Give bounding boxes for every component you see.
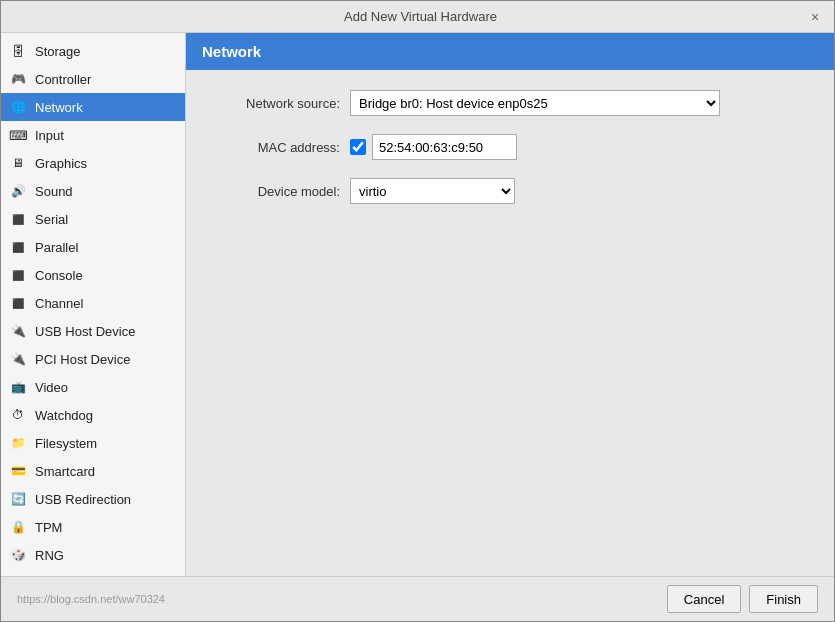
sidebar-item-label: Input <box>35 128 64 143</box>
sidebar-item-label: USB Redirection <box>35 492 131 507</box>
sidebar-item-storage[interactable]: Storage <box>1 37 185 65</box>
rng-icon <box>9 546 27 564</box>
input-icon <box>9 126 27 144</box>
cancel-button[interactable]: Cancel <box>667 585 741 613</box>
sidebar-item-watchdog[interactable]: Watchdog <box>1 401 185 429</box>
video-icon <box>9 378 27 396</box>
titlebar: Add New Virtual Hardware × <box>1 1 834 33</box>
sidebar-item-label: Parallel <box>35 240 78 255</box>
mac-control-group: 52:54:00:63:c9:50 <box>350 134 517 160</box>
device-model-select[interactable]: virtioe1000rtl8139 <box>350 178 515 204</box>
watchdog-icon <box>9 406 27 424</box>
section-header: Network <box>186 33 834 70</box>
graphics-icon <box>9 154 27 172</box>
sidebar-item-label: USB Host Device <box>35 324 135 339</box>
network-source-row: Network source: Bridge br0: Host device … <box>210 90 810 116</box>
controller-icon <box>9 70 27 88</box>
pci-icon <box>9 350 27 368</box>
sidebar-item-label: Channel <box>35 296 83 311</box>
mac-address-label: MAC address: <box>210 140 340 155</box>
close-button[interactable]: × <box>806 8 824 26</box>
sidebar-item-smartcard[interactable]: Smartcard <box>1 457 185 485</box>
parallel-icon <box>9 238 27 256</box>
sidebar-item-label: Storage <box>35 44 81 59</box>
smartcard-icon <box>9 462 27 480</box>
sidebar-item-console[interactable]: Console <box>1 261 185 289</box>
mac-input[interactable]: 52:54:00:63:c9:50 <box>372 134 517 160</box>
content-area: StorageControllerNetworkInputGraphicsSou… <box>1 33 834 576</box>
sidebar-item-panic[interactable]: Panic Notifier <box>1 569 185 576</box>
network-source-select[interactable]: Bridge br0: Host device enp0s25NATIsolat… <box>350 90 720 116</box>
sound-icon <box>9 182 27 200</box>
sidebar-item-label: Serial <box>35 212 68 227</box>
usbredir-icon <box>9 490 27 508</box>
dialog: Add New Virtual Hardware × StorageContro… <box>0 0 835 622</box>
sidebar-item-label: Console <box>35 268 83 283</box>
mac-address-row: MAC address: 52:54:00:63:c9:50 <box>210 134 810 160</box>
storage-icon <box>9 42 27 60</box>
sidebar-item-pci-host[interactable]: PCI Host Device <box>1 345 185 373</box>
sidebar-item-label: Network <box>35 100 83 115</box>
network-source-label: Network source: <box>210 96 340 111</box>
sidebar-item-label: Filesystem <box>35 436 97 451</box>
sidebar: StorageControllerNetworkInputGraphicsSou… <box>1 33 186 576</box>
tpm-icon <box>9 518 27 536</box>
sidebar-item-label: Graphics <box>35 156 87 171</box>
sidebar-item-input[interactable]: Input <box>1 121 185 149</box>
form-area: Network source: Bridge br0: Host device … <box>186 70 834 576</box>
sidebar-item-label: Controller <box>35 72 91 87</box>
sidebar-item-network[interactable]: Network <box>1 93 185 121</box>
serial-icon <box>9 210 27 228</box>
main-panel: Network Network source: Bridge br0: Host… <box>186 33 834 576</box>
sidebar-item-controller[interactable]: Controller <box>1 65 185 93</box>
sidebar-item-filesystem[interactable]: Filesystem <box>1 429 185 457</box>
watermark: https://blog.csdn.net/ww70324 <box>17 593 659 605</box>
sidebar-item-label: Video <box>35 380 68 395</box>
sidebar-item-sound[interactable]: Sound <box>1 177 185 205</box>
sidebar-item-label: Smartcard <box>35 464 95 479</box>
console-icon <box>9 266 27 284</box>
sidebar-item-serial[interactable]: Serial <box>1 205 185 233</box>
sidebar-item-parallel[interactable]: Parallel <box>1 233 185 261</box>
device-model-label: Device model: <box>210 184 340 199</box>
sidebar-item-graphics[interactable]: Graphics <box>1 149 185 177</box>
network-icon <box>9 98 27 116</box>
sidebar-item-usb-host[interactable]: USB Host Device <box>1 317 185 345</box>
sidebar-item-tpm[interactable]: TPM <box>1 513 185 541</box>
sidebar-item-video[interactable]: Video <box>1 373 185 401</box>
mac-checkbox[interactable] <box>350 139 366 155</box>
sidebar-item-label: RNG <box>35 548 64 563</box>
usb-icon <box>9 322 27 340</box>
filesystem-icon <box>9 434 27 452</box>
device-model-row: Device model: virtioe1000rtl8139 <box>210 178 810 204</box>
sidebar-item-label: Sound <box>35 184 73 199</box>
sidebar-item-usb-redir[interactable]: USB Redirection <box>1 485 185 513</box>
finish-button[interactable]: Finish <box>749 585 818 613</box>
sidebar-item-channel[interactable]: Channel <box>1 289 185 317</box>
sidebar-item-label: PCI Host Device <box>35 352 130 367</box>
channel-icon <box>9 294 27 312</box>
footer: https://blog.csdn.net/ww70324 Cancel Fin… <box>1 576 834 621</box>
dialog-title: Add New Virtual Hardware <box>35 9 806 24</box>
sidebar-item-label: Watchdog <box>35 408 93 423</box>
sidebar-item-label: TPM <box>35 520 62 535</box>
sidebar-item-rng[interactable]: RNG <box>1 541 185 569</box>
